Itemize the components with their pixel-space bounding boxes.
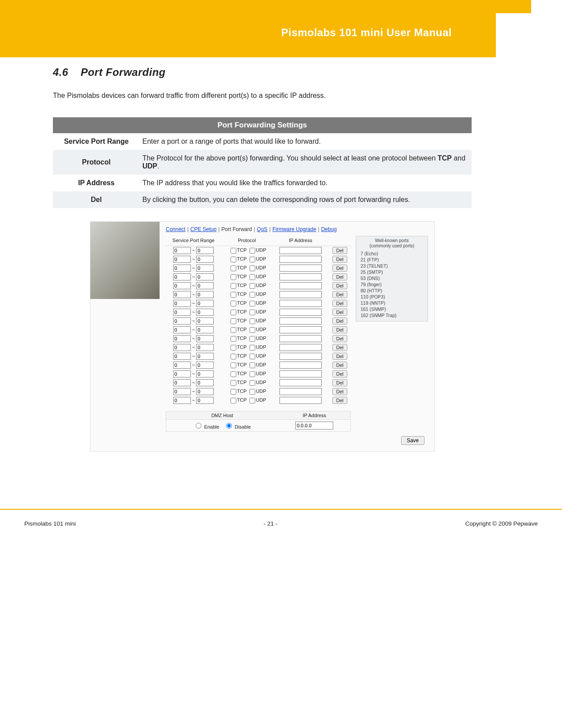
del-button[interactable]: Del [332, 335, 348, 342]
port-to-input[interactable] [196, 326, 214, 333]
port-to-input[interactable] [196, 291, 214, 298]
port-from-input[interactable] [173, 344, 191, 351]
tcp-checkbox[interactable] [231, 318, 236, 324]
tab-link[interactable]: Connect [166, 226, 186, 232]
udp-checkbox[interactable] [249, 257, 255, 262]
udp-checkbox[interactable] [249, 380, 255, 386]
ip-address-input[interactable] [279, 344, 322, 351]
tcp-checkbox[interactable] [231, 362, 236, 368]
ip-address-input[interactable] [279, 335, 322, 342]
del-button[interactable]: Del [332, 291, 348, 298]
del-button[interactable]: Del [332, 256, 348, 263]
udp-checkbox[interactable] [249, 292, 255, 298]
ip-address-input[interactable] [279, 291, 322, 298]
tcp-checkbox[interactable] [231, 310, 236, 315]
dmz-enable-radio[interactable] [196, 423, 201, 429]
ip-address-input[interactable] [279, 370, 322, 377]
tab-link[interactable]: CPE Setup [190, 226, 216, 232]
port-from-input[interactable] [173, 397, 191, 404]
tcp-checkbox[interactable] [231, 265, 236, 271]
port-to-input[interactable] [196, 265, 214, 272]
ip-address-input[interactable] [279, 353, 322, 360]
ip-address-input[interactable] [279, 256, 322, 263]
port-to-input[interactable] [196, 335, 214, 342]
tcp-checkbox[interactable] [231, 354, 236, 359]
dmz-disable-radio[interactable] [226, 423, 232, 429]
port-to-input[interactable] [196, 353, 214, 360]
tcp-checkbox[interactable] [231, 301, 236, 306]
dmz-ip-input[interactable] [295, 422, 333, 429]
port-from-input[interactable] [173, 273, 191, 280]
tab-link[interactable]: Debug [321, 226, 336, 232]
ip-address-input[interactable] [279, 309, 322, 316]
port-from-input[interactable] [173, 265, 191, 272]
udp-checkbox[interactable] [249, 389, 255, 395]
del-button[interactable]: Del [332, 344, 348, 351]
del-button[interactable]: Del [332, 317, 348, 325]
tcp-checkbox[interactable] [231, 257, 236, 262]
port-from-input[interactable] [173, 353, 191, 360]
save-button[interactable]: Save [401, 436, 424, 445]
ip-address-input[interactable] [279, 282, 322, 289]
del-button[interactable]: Del [332, 370, 348, 377]
port-to-input[interactable] [196, 362, 214, 369]
del-button[interactable]: Del [332, 362, 348, 369]
port-from-input[interactable] [173, 326, 191, 333]
ip-address-input[interactable] [279, 388, 322, 395]
port-to-input[interactable] [196, 309, 214, 316]
ip-address-input[interactable] [279, 265, 322, 272]
udp-checkbox[interactable] [249, 327, 255, 333]
port-to-input[interactable] [196, 379, 214, 386]
del-button[interactable]: Del [332, 388, 348, 395]
port-to-input[interactable] [196, 256, 214, 263]
port-to-input[interactable] [196, 388, 214, 395]
tcp-checkbox[interactable] [231, 327, 236, 333]
port-from-input[interactable] [173, 370, 191, 377]
port-to-input[interactable] [196, 247, 214, 254]
tcp-checkbox[interactable] [231, 398, 236, 403]
udp-checkbox[interactable] [249, 398, 255, 403]
port-from-input[interactable] [173, 247, 191, 254]
ip-address-input[interactable] [279, 379, 322, 386]
tcp-checkbox[interactable] [231, 336, 236, 342]
port-to-input[interactable] [196, 317, 214, 325]
del-button[interactable]: Del [332, 379, 348, 386]
udp-checkbox[interactable] [249, 318, 255, 324]
port-from-input[interactable] [173, 282, 191, 289]
ip-address-input[interactable] [279, 317, 322, 325]
port-to-input[interactable] [196, 344, 214, 351]
port-from-input[interactable] [173, 335, 191, 342]
port-from-input[interactable] [173, 317, 191, 325]
port-to-input[interactable] [196, 273, 214, 280]
udp-checkbox[interactable] [249, 248, 255, 254]
del-button[interactable]: Del [332, 300, 348, 307]
ip-address-input[interactable] [279, 362, 322, 369]
port-from-input[interactable] [173, 362, 191, 369]
ip-address-input[interactable] [279, 326, 322, 333]
del-button[interactable]: Del [332, 247, 348, 254]
del-button[interactable]: Del [332, 265, 348, 272]
tcp-checkbox[interactable] [231, 389, 236, 395]
tcp-checkbox[interactable] [231, 274, 236, 280]
udp-checkbox[interactable] [249, 354, 255, 359]
port-to-input[interactable] [196, 397, 214, 404]
del-button[interactable]: Del [332, 326, 348, 333]
tab-link[interactable]: QoS [257, 226, 268, 232]
port-from-input[interactable] [173, 300, 191, 307]
port-from-input[interactable] [173, 256, 191, 263]
tcp-checkbox[interactable] [231, 248, 236, 254]
ip-address-input[interactable] [279, 247, 322, 254]
del-button[interactable]: Del [332, 273, 348, 280]
port-from-input[interactable] [173, 309, 191, 316]
tcp-checkbox[interactable] [231, 345, 236, 351]
dmz-enable-label[interactable]: Enable [194, 424, 220, 429]
tcp-checkbox[interactable] [231, 371, 236, 377]
port-from-input[interactable] [173, 388, 191, 395]
tcp-checkbox[interactable] [231, 380, 236, 386]
udp-checkbox[interactable] [249, 265, 255, 271]
ip-address-input[interactable] [279, 300, 322, 307]
tcp-checkbox[interactable] [231, 283, 236, 289]
udp-checkbox[interactable] [249, 274, 255, 280]
udp-checkbox[interactable] [249, 310, 255, 315]
port-to-input[interactable] [196, 370, 214, 377]
